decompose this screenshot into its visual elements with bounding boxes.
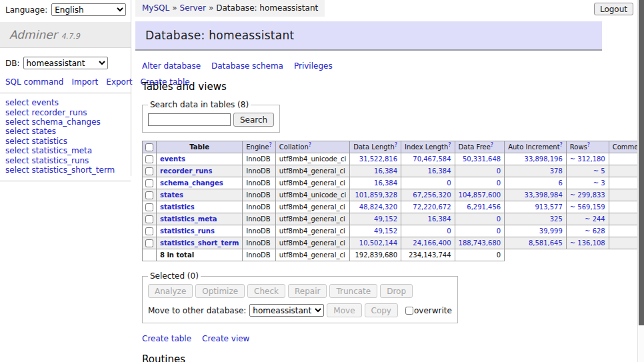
cell-data-length-link[interactable]: 48,824,320 bbox=[359, 203, 397, 211]
row-checkbox[interactable] bbox=[145, 215, 153, 223]
table-link-statistics-short-term[interactable]: statistics_short_term bbox=[160, 239, 239, 247]
link-select-statistics-short-term[interactable]: select statistics_short_term bbox=[5, 165, 131, 175]
link-select-statistics-runs[interactable]: select statistics_runs bbox=[5, 156, 131, 165]
db-select[interactable]: homeassistant bbox=[23, 57, 108, 69]
cell-data-length-link[interactable]: 31,522,816 bbox=[359, 155, 397, 163]
cell-data-length-link[interactable]: 101,859,328 bbox=[355, 191, 397, 199]
cell-data-length-link[interactable]: 10,502,144 bbox=[359, 239, 397, 247]
overwrite-checkbox[interactable] bbox=[405, 307, 413, 315]
scrollbar-thumb[interactable] bbox=[639, 0, 644, 325]
cell-rows-link[interactable]: ~ 628 bbox=[585, 227, 605, 235]
table-link-states[interactable]: states bbox=[160, 191, 183, 199]
link-create-view[interactable]: Create view bbox=[202, 334, 249, 343]
link-select-statistics[interactable]: select statistics bbox=[5, 137, 131, 146]
button-truncate[interactable]: Truncate bbox=[329, 284, 377, 298]
row-checkbox[interactable] bbox=[145, 203, 153, 211]
cell-rows-link[interactable]: ~ 136,108 bbox=[570, 239, 605, 247]
link-sql-command[interactable]: SQL command bbox=[5, 77, 63, 87]
cell-index-length-link[interactable]: 16,384 bbox=[428, 167, 451, 175]
cell-index-length-link[interactable]: 72,220,672 bbox=[413, 203, 451, 211]
cell-rows-link[interactable]: ~ 5 bbox=[593, 167, 605, 175]
help-link-data-length[interactable]: ? bbox=[395, 142, 397, 148]
cell-auto-increment-link[interactable]: 913,577 bbox=[535, 203, 562, 211]
cell-index-length-link[interactable]: 16,384 bbox=[428, 215, 451, 223]
breadcrumb-link-server[interactable]: Server bbox=[180, 3, 206, 13]
cell-data-free-link[interactable]: 0 bbox=[497, 215, 501, 223]
cell-data-free-link[interactable]: 188,743,680 bbox=[459, 239, 501, 247]
button-drop[interactable]: Drop bbox=[380, 284, 413, 298]
cell-auto-increment-link[interactable]: 39,999 bbox=[539, 227, 563, 235]
cell-data-free-link[interactable]: 6,291,456 bbox=[467, 203, 501, 211]
link-import[interactable]: Import bbox=[71, 77, 98, 87]
table-link-statistics-runs[interactable]: statistics_runs bbox=[160, 227, 215, 235]
table-link-schema-changes[interactable]: schema_changes bbox=[160, 179, 223, 187]
breadcrumb-link-mysql[interactable]: MySQL bbox=[142, 3, 169, 13]
cell-data-length-link[interactable]: 16,384 bbox=[374, 179, 397, 187]
cell-auto-increment-link[interactable]: 33,898,196 bbox=[525, 155, 563, 163]
row-checkbox[interactable] bbox=[145, 191, 153, 199]
link-select-states[interactable]: select states bbox=[5, 127, 131, 136]
link-database-schema[interactable]: Database schema bbox=[211, 61, 283, 71]
select-all-checkbox[interactable] bbox=[145, 143, 153, 151]
link-select-events[interactable]: select events bbox=[5, 98, 131, 107]
cell-data-length-link[interactable]: 49,152 bbox=[374, 227, 397, 235]
cell-auto-increment-link[interactable]: 8,581,645 bbox=[529, 239, 563, 247]
help-link-rows[interactable]: ? bbox=[587, 142, 590, 148]
help-link-auto-increment[interactable]: ? bbox=[560, 142, 563, 148]
table-link-statistics[interactable]: statistics bbox=[160, 203, 195, 211]
table-link-recorder-runs[interactable]: recorder_runs bbox=[160, 167, 212, 175]
cell-data-length-link[interactable]: 16,384 bbox=[374, 167, 397, 175]
help-link-engine[interactable]: ? bbox=[269, 142, 272, 148]
col-header-engine: Engine? bbox=[243, 141, 276, 153]
cell-auto-increment-link[interactable]: 325 bbox=[550, 215, 563, 223]
link-select-schema-changes[interactable]: select schema_changes bbox=[5, 117, 131, 127]
language-select[interactable]: English bbox=[51, 3, 126, 16]
cell-data-free-link[interactable]: 0 bbox=[497, 179, 501, 187]
button-check[interactable]: Check bbox=[247, 284, 285, 298]
cell-index-length-link[interactable]: 67,256,320 bbox=[413, 191, 451, 199]
cell-index-length-link[interactable]: 70,467,584 bbox=[413, 155, 451, 163]
cell-data-free-link[interactable]: 50,331,648 bbox=[463, 155, 501, 163]
vertical-scrollbar[interactable] bbox=[637, 0, 644, 362]
cell-data-free-link[interactable]: 0 bbox=[497, 227, 501, 235]
copy-button[interactable]: Copy bbox=[365, 303, 398, 317]
help-link-index-length[interactable]: ? bbox=[448, 142, 451, 148]
cell-rows-link[interactable]: ~ 569,159 bbox=[570, 203, 605, 211]
cell-data-free-link[interactable]: 104,857,600 bbox=[459, 191, 501, 199]
link-alter-database[interactable]: Alter database bbox=[142, 61, 201, 71]
total-data-length: 192,839,680 bbox=[350, 249, 401, 261]
button-optimize[interactable]: Optimize bbox=[195, 284, 245, 298]
table-link-statistics-meta[interactable]: statistics_meta bbox=[160, 215, 217, 223]
help-link-collation[interactable]: ? bbox=[309, 142, 311, 148]
button-repair[interactable]: Repair bbox=[288, 284, 327, 298]
link-select-recorder-runs[interactable]: select recorder_runs bbox=[5, 108, 131, 117]
table-link-events[interactable]: events bbox=[160, 155, 185, 163]
link-export[interactable]: Export bbox=[106, 77, 132, 87]
cell-rows-link[interactable]: ~ 3 bbox=[593, 179, 605, 187]
cell-rows-link[interactable]: ~ 244 bbox=[585, 215, 605, 223]
search-input[interactable] bbox=[148, 113, 231, 126]
row-checkbox[interactable] bbox=[145, 167, 153, 175]
row-checkbox[interactable] bbox=[145, 227, 153, 235]
cell-rows-link[interactable]: ~ 312,180 bbox=[570, 155, 605, 163]
cell-auto-increment-link[interactable]: 378 bbox=[550, 167, 563, 175]
link-privileges[interactable]: Privileges bbox=[294, 61, 333, 71]
button-analyze[interactable]: Analyze bbox=[148, 284, 193, 298]
row-checkbox[interactable] bbox=[145, 239, 153, 247]
link-create-table[interactable]: Create table bbox=[142, 334, 191, 343]
link-select-statistics-meta[interactable]: select statistics_meta bbox=[5, 146, 131, 155]
cell-auto-increment-link[interactable]: 6 bbox=[558, 179, 562, 187]
cell-rows-link[interactable]: ~ 299,833 bbox=[570, 191, 605, 199]
cell-auto-increment-link[interactable]: 33,398,984 bbox=[525, 191, 563, 199]
search-button[interactable]: Search bbox=[233, 113, 274, 127]
row-checkbox[interactable] bbox=[145, 179, 153, 187]
move-db-select[interactable]: homeassistant bbox=[249, 304, 324, 317]
move-button[interactable]: Move bbox=[327, 303, 361, 317]
cell-index-length-link[interactable]: 0 bbox=[447, 179, 451, 187]
cell-data-free-link[interactable]: 0 bbox=[497, 167, 501, 175]
help-link-data-free[interactable]: ? bbox=[491, 142, 493, 148]
cell-index-length-link[interactable]: 24,166,400 bbox=[413, 239, 451, 247]
cell-index-length-link[interactable]: 0 bbox=[447, 227, 451, 235]
row-checkbox[interactable] bbox=[145, 155, 153, 163]
cell-data-length-link[interactable]: 49,152 bbox=[374, 215, 397, 223]
